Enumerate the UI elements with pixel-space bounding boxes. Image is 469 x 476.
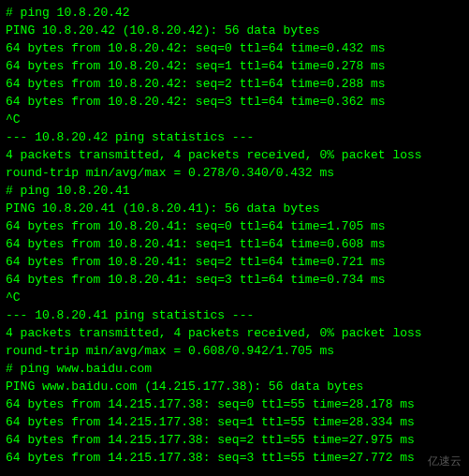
terminal-line: --- 10.8.20.41 ping statistics ---	[6, 306, 463, 324]
terminal-line: 64 bytes from 10.8.20.42: seq=0 ttl=64 t…	[6, 39, 463, 57]
terminal-line: # ping www.baidu.com	[6, 360, 463, 378]
terminal-line: 64 bytes from 14.215.177.38: seq=3 ttl=5…	[6, 449, 463, 467]
terminal-line: ^C	[6, 111, 463, 128]
terminal-line: PING www.baidu.com (14.215.177.38): 56 d…	[6, 378, 463, 395]
terminal-line: 64 bytes from 10.8.20.41: seq=0 ttl=64 t…	[6, 217, 463, 235]
terminal-line: 4 packets transmitted, 4 packets receive…	[6, 324, 463, 342]
terminal-line: 64 bytes from 14.215.177.38: seq=2 ttl=5…	[6, 431, 463, 449]
terminal-line: 64 bytes from 10.8.20.42: seq=2 ttl=64 t…	[6, 75, 463, 93]
terminal-line: 64 bytes from 10.8.20.41: seq=3 ttl=64 t…	[6, 271, 463, 289]
terminal-line: 64 bytes from 10.8.20.42: seq=1 ttl=64 t…	[6, 57, 463, 75]
terminal-line: PING 10.8.20.42 (10.8.20.42): 56 data by…	[6, 22, 463, 39]
terminal-output: # ping 10.8.20.42PING 10.8.20.42 (10.8.2…	[6, 4, 463, 467]
terminal-line: # ping 10.8.20.41	[6, 182, 463, 200]
terminal-line: 64 bytes from 14.215.177.38: seq=1 ttl=5…	[6, 413, 463, 431]
terminal-line: ^C	[6, 289, 463, 306]
terminal-line: round-trip min/avg/max = 0.608/0.942/1.7…	[6, 342, 463, 360]
terminal-line: round-trip min/avg/max = 0.278/0.340/0.4…	[6, 164, 463, 182]
terminal-line: 64 bytes from 14.215.177.38: seq=0 ttl=5…	[6, 395, 463, 413]
terminal-line: 4 packets transmitted, 4 packets receive…	[6, 146, 463, 164]
terminal-line: PING 10.8.20.41 (10.8.20.41): 56 data by…	[6, 200, 463, 217]
terminal-line: 64 bytes from 10.8.20.41: seq=1 ttl=64 t…	[6, 235, 463, 253]
terminal-line: 64 bytes from 10.8.20.41: seq=2 ttl=64 t…	[6, 253, 463, 271]
terminal-line: --- 10.8.20.42 ping statistics ---	[6, 128, 463, 146]
terminal-line: # ping 10.8.20.42	[6, 4, 463, 22]
terminal-line: 64 bytes from 10.8.20.42: seq=3 ttl=64 t…	[6, 93, 463, 111]
